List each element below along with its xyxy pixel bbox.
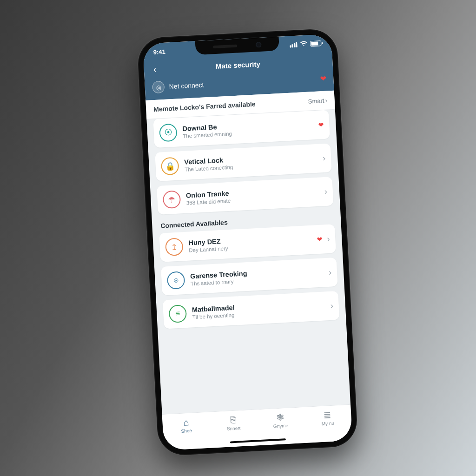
tab-label: Gnyme [273, 423, 289, 429]
banner-right-link[interactable]: Smart › [308, 97, 327, 105]
list-item-icon: ↥ [165, 238, 184, 256]
list-item-trailing: ❤ [318, 121, 324, 129]
tab-label: Shee [181, 428, 192, 434]
list-item-trailing: › [330, 301, 333, 311]
header-subrow[interactable]: ◎ Net connect ❤ [152, 72, 326, 95]
connect-badge-icon: ◎ [152, 81, 165, 93]
list-item-icon: ≡ [168, 304, 187, 323]
favorite-icon[interactable]: ❤ [318, 121, 324, 129]
list-item-trailing: ❤› [317, 234, 330, 244]
tab-shee[interactable]: ⌂Shee [162, 416, 210, 435]
tab-gnyme[interactable]: ❃Gnyme [257, 411, 304, 430]
list-item-icon: 🔒 [161, 157, 179, 175]
list-item-trailing: › [323, 153, 326, 163]
banner-right-label: Smart [308, 97, 324, 105]
list-item-body: Garense TreokingThs sated to rnary [190, 266, 324, 287]
list-item-trailing: › [329, 267, 332, 277]
tab-my nu[interactable]: ≣My nu [304, 409, 351, 427]
wifi-icon [300, 40, 308, 48]
list-item-body: Onlon Tranke368 Late did enate [186, 185, 319, 206]
screen: 9:41 ‹ Mate security ◎ Net connect [143, 34, 352, 450]
content-scroll[interactable]: ⦿Downal BeThe smerted emning❤🔒Vetical Lo… [146, 110, 352, 450]
home-indicator[interactable] [230, 438, 286, 443]
tab-icon: ≣ [323, 410, 331, 420]
list-item-body: Downal BeThe smerted emning [182, 118, 313, 139]
tab-label: My nu [321, 421, 334, 426]
tab-icon: ⎘ [230, 415, 236, 425]
list-item-trailing: › [324, 186, 327, 196]
cellular-icon [290, 42, 298, 47]
list-item[interactable]: ↥Huny DEZDey Lannat nery❤› [159, 224, 336, 262]
chevron-right-icon: › [330, 301, 333, 311]
chevron-right-icon: › [329, 267, 332, 277]
list-item-body: Huny DEZDey Lannat nery [188, 233, 311, 253]
chevron-right-icon: › [325, 97, 327, 104]
front-camera [256, 42, 262, 48]
list-item[interactable]: ⍟Garense TreokingThs sated to rnary› [161, 258, 338, 296]
tab-snnert[interactable]: ⎘Snnert [209, 413, 257, 432]
battery-icon [310, 40, 322, 46]
list-item-body: Vetical LockThe Lated conecting [184, 152, 317, 172]
list-item[interactable]: ≡MatballmadelTll be hy oeenting› [163, 291, 340, 329]
list-item[interactable]: ☂Onlon Tranke368 Late did enate› [157, 177, 334, 215]
connect-label: Net connect [169, 75, 315, 90]
status-indicators [290, 40, 322, 49]
chevron-right-icon: › [323, 153, 326, 163]
tab-icon: ⌂ [183, 417, 189, 428]
chevron-right-icon: › [324, 186, 327, 196]
list-item[interactable]: 🔒Vetical LockThe Lated conecting› [155, 143, 332, 181]
phone-frame: 9:41 ‹ Mate security ◎ Net connect [137, 28, 358, 456]
speaker-grille [213, 45, 237, 49]
list-item-icon: ⍟ [167, 271, 185, 290]
favorite-icon[interactable]: ❤ [317, 236, 323, 244]
tab-label: Snnert [227, 425, 241, 431]
list-item-icon: ☂ [163, 190, 181, 209]
status-time: 9:41 [153, 48, 165, 55]
banner-title: Memote Locko's Farred available [153, 98, 308, 113]
list-item-body: MatballmadelTll be hy oeenting [192, 299, 325, 320]
list-item-icon: ⦿ [159, 124, 178, 142]
chevron-right-icon: › [327, 234, 330, 244]
favorite-icon[interactable]: ❤ [320, 74, 326, 83]
tab-icon: ❃ [276, 412, 284, 423]
